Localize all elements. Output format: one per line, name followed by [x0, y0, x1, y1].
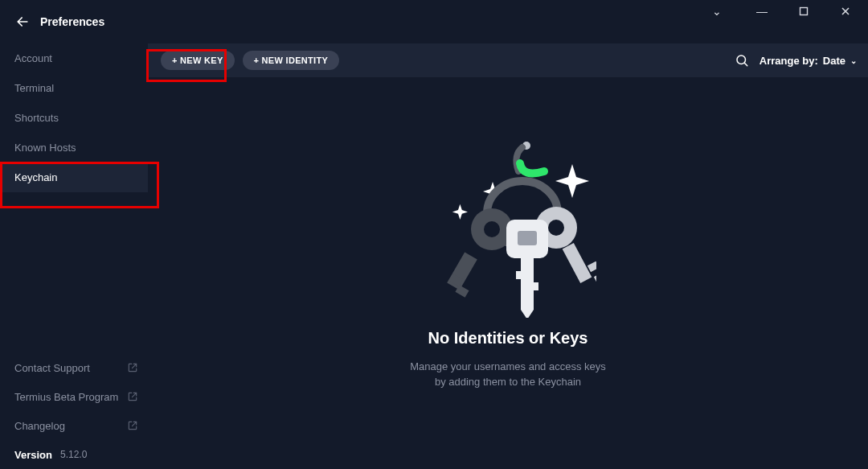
sidebar-footer-list: Contact Support Termius Beta Program Cha… [0, 353, 148, 469]
svg-rect-0 [800, 8, 808, 15]
empty-state-body: Manage your usernames and access keys by… [403, 359, 612, 390]
empty-state: No Identities or Keys Manage your userna… [148, 77, 868, 469]
sidebar-item-label: Account [14, 52, 52, 64]
new-key-button[interactable]: + NEW KEY [161, 51, 235, 70]
sidebar-item-account[interactable]: Account [0, 43, 148, 73]
toolbar: + NEW KEY + NEW IDENTITY Arrange by: Dat… [148, 43, 868, 77]
sidebar-item-label: Known Hosts [14, 142, 76, 154]
svg-marker-17 [521, 310, 534, 318]
sidebar-footer-changelog[interactable]: Changelog [0, 411, 148, 440]
button-label: + NEW IDENTITY [254, 56, 329, 65]
svg-point-10 [548, 220, 564, 236]
window-minimize-button[interactable]: — [751, 0, 773, 23]
svg-rect-13 [594, 272, 596, 283]
external-link-icon [127, 362, 138, 373]
window-controls: ⌄ — [699, 0, 868, 23]
sidebar-item-label: Shortcuts [14, 112, 59, 124]
window-close-button[interactable] [834, 0, 857, 23]
sidebar-item-label: Termius Beta Program [14, 391, 118, 403]
svg-rect-15 [518, 231, 537, 245]
window-chevron-down-icon[interactable]: ⌄ [706, 0, 728, 23]
keychain-illustration [420, 133, 596, 318]
svg-rect-12 [588, 261, 596, 272]
chevron-down-icon: ⌄ [850, 56, 857, 65]
sidebar-item-keychain[interactable]: Keychain [0, 163, 148, 192]
svg-rect-19 [534, 282, 538, 290]
svg-rect-18 [516, 271, 521, 279]
sidebar-item-label: Contact Support [14, 362, 90, 374]
window-maximize-button[interactable] [792, 0, 815, 23]
search-icon[interactable] [734, 52, 750, 68]
empty-state-heading: No Identities or Keys [428, 329, 588, 348]
sidebar-footer-beta-program[interactable]: Termius Beta Program [0, 382, 148, 411]
new-identity-button[interactable]: + NEW IDENTITY [243, 51, 340, 70]
sidebar-item-label: Terminal [14, 82, 54, 94]
sidebar-item-known-hosts[interactable]: Known Hosts [0, 133, 148, 163]
svg-point-5 [484, 221, 500, 237]
svg-rect-6 [447, 252, 477, 290]
arrange-by-value: Date [823, 55, 845, 67]
external-link-icon [127, 420, 138, 431]
version-row: Version 5.12.0 [0, 440, 148, 469]
version-label: Version [14, 449, 52, 461]
sidebar-footer-contact-support[interactable]: Contact Support [0, 353, 148, 382]
version-value: 5.12.0 [60, 449, 87, 460]
svg-rect-16 [521, 257, 534, 310]
sidebar-item-label: Changelog [14, 420, 65, 432]
content: + NEW KEY + NEW IDENTITY Arrange by: Dat… [148, 43, 868, 469]
arrange-by-dropdown[interactable]: Arrange by: Date ⌄ [760, 55, 857, 67]
arrange-by-prefix: Arrange by: [760, 55, 818, 67]
sidebar-item-terminal[interactable]: Terminal [0, 73, 148, 103]
back-arrow-icon[interactable] [14, 14, 31, 30]
svg-point-1 [737, 56, 746, 64]
sidebar-nav-list: Account Terminal Shortcuts Known Hosts K… [0, 43, 148, 192]
external-link-icon [127, 391, 138, 402]
page-title: Preferences [40, 15, 104, 28]
svg-rect-11 [563, 243, 592, 283]
button-label: + NEW KEY [172, 56, 223, 65]
sidebar: Account Terminal Shortcuts Known Hosts K… [0, 43, 148, 469]
sidebar-item-label: Keychain [14, 171, 57, 183]
sidebar-item-shortcuts[interactable]: Shortcuts [0, 103, 148, 133]
